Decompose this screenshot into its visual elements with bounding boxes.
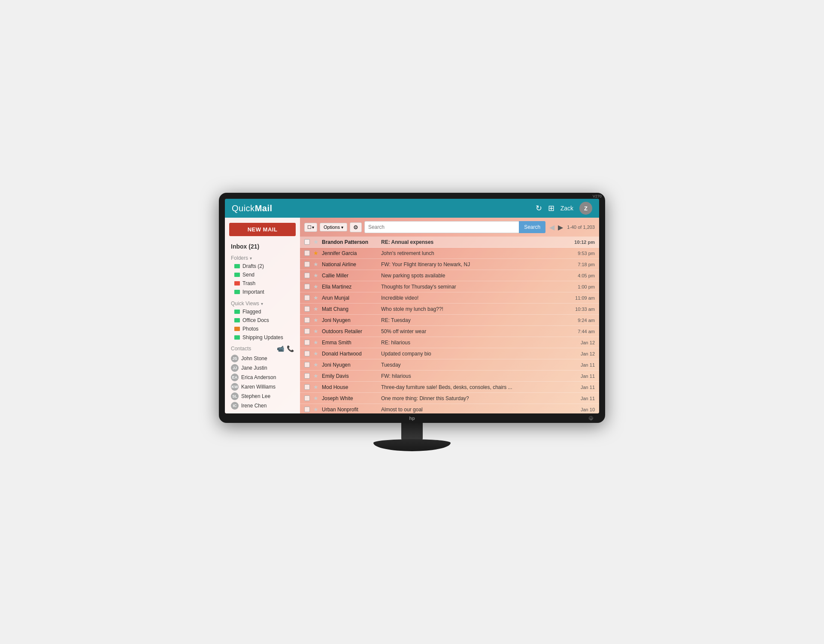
email-checkbox[interactable] [304, 328, 310, 334]
email-row[interactable]: ★ Arun Munjal Incredible video! 11:09 am [300, 292, 599, 304]
email-time: 7:18 pm [567, 262, 595, 267]
email-checkbox[interactable] [304, 261, 310, 267]
star-icon[interactable]: ★ [313, 395, 318, 401]
email-subject: FW: hilarious [381, 373, 563, 379]
sidebar-folder-item[interactable]: Drafts (2) [225, 262, 300, 270]
email-row[interactable]: ★ Joni Nyugen Tuesday Jan 11 [300, 359, 599, 371]
quickview-icon [234, 310, 240, 314]
contact-item[interactable]: EAErica Anderson [231, 373, 294, 382]
new-mail-button[interactable]: NEW MAIL [229, 223, 296, 236]
star-icon[interactable]: ★ [313, 261, 318, 267]
email-row[interactable]: ★ Donald Hartwood Updated company bio Ja… [300, 348, 599, 359]
contact-item[interactable]: KWKaren Williams [231, 382, 294, 392]
email-row[interactable]: ★ Emma Smith RE: hilarious Jan 12 [300, 337, 599, 348]
options-button[interactable]: Options ▾ [320, 223, 347, 231]
email-row[interactable]: ★ Joseph White One more thing: Dinner th… [300, 393, 599, 404]
email-row[interactable]: ★ Outdoors Retailer 50% off winter wear … [300, 326, 599, 337]
quick-views-chevron-icon[interactable]: ▾ [261, 301, 263, 306]
sidebar-quickview-item[interactable]: Shipping Updates [225, 333, 300, 342]
inbox-label: Inbox (21) [225, 241, 300, 253]
star-icon[interactable]: ★ [313, 350, 318, 357]
quickview-icon [234, 335, 240, 340]
email-row[interactable]: ★ Urban Nonprofit Almost to our goal Jan… [300, 404, 599, 413]
refresh-icon[interactable]: ↻ [536, 204, 542, 213]
contact-item[interactable]: ICIrene Chen [231, 401, 294, 410]
star-icon[interactable]: ★ [313, 373, 318, 379]
video-icon[interactable]: 📹 [277, 345, 284, 352]
email-checkbox[interactable] [304, 284, 310, 289]
email-row[interactable]: ★ Jennifer Garcia John's retirement lunc… [300, 248, 599, 259]
search-button[interactable]: Search [519, 221, 545, 233]
email-checkbox[interactable] [304, 306, 310, 312]
star-icon[interactable]: ★ [313, 250, 318, 256]
sidebar-folder-item[interactable]: Send [225, 270, 300, 279]
contact-name: Irene Chen [241, 403, 267, 409]
grid-icon[interactable]: ⊞ [548, 204, 554, 213]
folder-icon [234, 273, 240, 277]
monitor-wrapper: V270 QuickMail ↻ ⊞ Zack Z [219, 193, 605, 451]
email-toolbar: ☐ ▾ Options ▾ ⚙ Search [300, 218, 599, 237]
sidebar-quickview-item[interactable]: Flagged [225, 307, 300, 316]
email-subject: 50% off winter wear [381, 328, 563, 334]
monitor-stand [373, 423, 451, 451]
folders-section-title: Folders ▾ [225, 253, 300, 262]
contact-item[interactable]: SLStephen Lee [231, 392, 294, 401]
star-icon[interactable]: ★ [313, 361, 318, 368]
folders-chevron-icon[interactable]: ▾ [250, 256, 252, 261]
logo-mail: Mail [255, 204, 273, 213]
email-checkbox[interactable] [304, 250, 310, 256]
email-checkbox[interactable] [304, 273, 310, 278]
email-row[interactable]: ★ Emily Davis FW: hilarious Jan 11 [300, 371, 599, 382]
sidebar-quickview-item[interactable]: Office Docs [225, 316, 300, 325]
email-row[interactable]: ★ Mod House Three-day furniture sale! Be… [300, 382, 599, 393]
star-icon[interactable]: ★ [313, 295, 318, 301]
star-icon[interactable]: ★ [313, 272, 318, 279]
folder-icon [234, 290, 240, 294]
sidebar-quickview-item[interactable]: Photos [225, 325, 300, 333]
email-row[interactable]: ★ Joni Nyugen RE: Tuesday 9:24 am [300, 315, 599, 326]
star-icon[interactable]: ★ [313, 283, 318, 290]
email-checkbox[interactable] [304, 340, 310, 345]
email-time: 7:44 am [567, 329, 595, 334]
star-icon[interactable]: ★ [313, 406, 318, 413]
contact-item[interactable]: JSJohn Stone [231, 354, 294, 363]
quickview-icon [234, 318, 240, 322]
prev-arrow-button[interactable]: ◀ [548, 223, 556, 231]
email-checkbox[interactable] [304, 395, 310, 401]
search-input[interactable] [364, 221, 519, 233]
email-row[interactable]: ★ Brandon Patterson RE: Annual expenses … [300, 237, 599, 248]
email-checkbox[interactable] [304, 295, 310, 301]
email-sender: Joni Nyugen [322, 362, 378, 368]
email-checkbox[interactable] [304, 239, 310, 245]
gear-button[interactable]: ⚙ [350, 222, 362, 232]
email-checkbox[interactable] [304, 384, 310, 390]
email-checkbox[interactable] [304, 373, 310, 379]
email-row[interactable]: ★ Ella Martinez Thoughts for Thursday's … [300, 281, 599, 292]
email-sender: Emily Davis [322, 373, 378, 379]
contact-item[interactable]: JJJane Justin [231, 363, 294, 373]
contact-avatar: EA [231, 374, 239, 381]
quickview-name: Photos [242, 326, 258, 332]
star-icon[interactable]: ★ [313, 317, 318, 323]
email-checkbox[interactable] [304, 351, 310, 356]
email-row[interactable]: ★ National Airline FW: Your Flight Itine… [300, 259, 599, 270]
email-row[interactable]: ★ Matt Chang Who stole my lunch bag??! 1… [300, 304, 599, 315]
star-icon[interactable]: ★ [313, 239, 318, 245]
select-checkbox-btn[interactable]: ☐ ▾ [304, 223, 317, 232]
user-avatar[interactable]: Z [579, 202, 592, 215]
sidebar-folder-item[interactable]: Trash [225, 279, 300, 288]
phone-icon[interactable]: 📞 [287, 345, 294, 352]
contact-name: Erica Anderson [241, 374, 276, 380]
stand-base [373, 439, 451, 451]
star-icon[interactable]: ★ [313, 328, 318, 334]
next-arrow-button[interactable]: ▶ [557, 223, 564, 231]
email-checkbox[interactable] [304, 317, 310, 323]
star-icon[interactable]: ★ [313, 306, 318, 312]
star-icon[interactable]: ★ [313, 339, 318, 346]
email-checkbox[interactable] [304, 407, 310, 412]
sidebar-folder-item[interactable]: Important [225, 288, 300, 296]
power-button[interactable]: ⏻ [589, 416, 593, 420]
star-icon[interactable]: ★ [313, 384, 318, 390]
email-checkbox[interactable] [304, 362, 310, 368]
email-row[interactable]: ★ Callie Miller New parking spots availa… [300, 270, 599, 281]
